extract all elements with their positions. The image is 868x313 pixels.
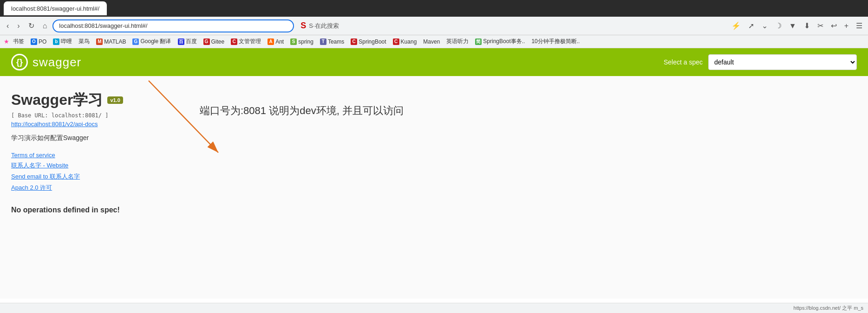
bookmark-label: 10分钟手撸极简断.. — [531, 38, 580, 45]
swagger-links: Terms of service 联系人名字 - Website Send em… — [11, 152, 857, 192]
search-logo: S — [300, 21, 306, 31]
swagger-description: 学习演示如何配置Swagger — [11, 134, 857, 142]
swagger-content: Swagger学习 v1.0 [ Base URL: localhost:808… — [0, 76, 868, 299]
back-button[interactable]: ‹ — [4, 20, 12, 32]
lightning-icon[interactable]: ⚡ — [730, 19, 743, 32]
bookmark-label: 英语听力 — [446, 38, 469, 45]
bm-shiwu-icon: 简 — [475, 38, 482, 45]
bm-po-icon: O — [31, 38, 37, 45]
bookmark-label: Google 翻译 — [140, 38, 171, 45]
share-icon[interactable]: ➚ — [746, 19, 756, 32]
bm-wenguang-icon: C — [231, 38, 237, 45]
bookmark-label: 菜鸟 — [78, 38, 90, 45]
bookmark-spring[interactable]: S spring — [287, 38, 316, 46]
swagger-title-row: Swagger学习 v1.0 — [11, 90, 857, 110]
menu-icon[interactable]: ☰ — [854, 19, 864, 32]
bookmark-label: MATLAB — [104, 38, 126, 45]
spec-label: Select a spec — [664, 58, 703, 66]
search-label: S·在此搜索 — [309, 22, 339, 30]
bookmark-springboot-shiwu[interactable]: 简 SpringBoot事务.. — [472, 37, 528, 46]
address-bar[interactable]: localhost:8081/swagger-ui.html#/ — [52, 19, 294, 32]
bookmark-google-translate[interactable]: G Google 翻译 — [130, 37, 174, 46]
swagger-api-docs-link[interactable]: http://localhost:8081/v2/api-docs — [11, 121, 857, 128]
tab-title: localhost:8081/swagger-ui.html#/ — [11, 5, 99, 12]
swagger-spec-selector: Select a spec default — [664, 54, 857, 70]
bm-google-icon: G — [132, 38, 139, 45]
terms-of-service-link[interactable]: Terms of service — [11, 152, 857, 159]
swagger-logo: {} swagger — [11, 54, 81, 70]
download-icon[interactable]: ⬇ — [802, 19, 812, 32]
bookmark-label: spring — [298, 38, 313, 45]
bookmark-shujian[interactable]: 书签 — [10, 37, 27, 46]
bookmark-maven[interactable]: Maven — [420, 38, 443, 46]
license-link[interactable]: Apach 2.0 许可 — [11, 184, 857, 192]
swagger-base-url: [ Base URL: localhost:8081/ ] — [11, 112, 857, 119]
bookmark-gitee[interactable]: G Gitee — [201, 38, 228, 46]
address-text: localhost:8081/swagger-ui.html#/ — [59, 22, 147, 29]
swagger-header: {} swagger Select a spec default — [0, 48, 868, 76]
swagger-title: Swagger学习 — [11, 90, 103, 110]
contact-website-link[interactable]: 联系人名字 - Website — [11, 161, 857, 170]
scissors-icon[interactable]: ✂ — [816, 19, 825, 32]
tab-bar: localhost:8081/swagger-ui.html#/ — [0, 0, 868, 17]
bookmark-matlab[interactable]: M MATLAB — [93, 38, 129, 46]
bookmark-label: Teams — [328, 38, 344, 45]
bookmark-caoniao[interactable]: 菜鸟 — [76, 37, 92, 46]
filter-icon[interactable]: ▼ — [787, 20, 798, 32]
bookmark-label: Kuang — [401, 38, 417, 45]
bm-springboot-icon: C — [351, 38, 357, 45]
contact-email-link[interactable]: Send email to 联系人名字 — [11, 172, 857, 181]
swagger-logo-icon: {} — [11, 54, 28, 70]
refresh-button[interactable]: ↻ — [26, 19, 37, 32]
bookmark-10min[interactable]: 10分钟手撸极简断.. — [529, 37, 582, 46]
bookmark-label: SpringBoot — [359, 38, 386, 45]
dropdown-icon[interactable]: ⌄ — [760, 19, 770, 32]
bookmark-baidu[interactable]: 百 百度 — [175, 37, 200, 46]
bookmark-label: Maven — [423, 38, 440, 45]
bookmark-label: 书签 — [13, 38, 24, 45]
swagger-no-operations: No operations defined in spec! — [11, 206, 857, 214]
bookmark-label: 哔哩 — [61, 38, 72, 45]
logo-char: {} — [16, 57, 23, 67]
bookmark-kuang[interactable]: C Kuang — [390, 38, 420, 46]
bookmark-ant[interactable]: A Ant — [265, 38, 287, 46]
nav-right-icons: ⚡ ➚ ⌄ ☽ ▼ ⬇ ✂ ↩ + ☰ — [730, 19, 864, 32]
swagger-version-badge: v1.0 — [107, 96, 123, 104]
bm-kuang-icon: C — [393, 38, 399, 45]
forward-button[interactable]: › — [14, 20, 22, 32]
bm-teams-icon: T — [320, 38, 326, 45]
bookmark-english[interactable]: 英语听力 — [444, 37, 471, 46]
spec-select[interactable]: default — [708, 54, 857, 70]
undo-icon[interactable]: ↩ — [829, 19, 839, 32]
home-button[interactable]: ⌂ — [40, 20, 50, 32]
nav-bar: ‹ › ↻ ⌂ localhost:8081/swagger-ui.html#/… — [0, 17, 868, 35]
bookmark-label: 百度 — [186, 38, 197, 45]
bookmark-label: Ant — [275, 38, 284, 45]
bm-ant-icon: A — [268, 38, 274, 45]
bookmark-springboot[interactable]: C SpringBoot — [348, 38, 389, 46]
bookmark-label: 文管管理 — [239, 38, 261, 45]
annotation-message: 端口号为:8081 说明为dev环境, 并且可以访问 — [200, 104, 404, 118]
bookmark-bili[interactable]: b 哔哩 — [50, 37, 75, 46]
bookmark-star-icon: ★ — [4, 38, 9, 45]
add-tab-icon[interactable]: + — [842, 20, 850, 32]
search-section: S S·在此搜索 — [300, 21, 339, 31]
bookmark-label: PO — [39, 38, 46, 45]
bookmark-po[interactable]: O PO — [28, 38, 49, 46]
bm-baidu-icon: 百 — [178, 38, 184, 45]
swagger-brand: swagger — [33, 55, 81, 70]
bm-bili-icon: b — [53, 38, 59, 45]
bookmark-label: SpringBoot事务.. — [483, 38, 525, 45]
bm-matlab-icon: M — [96, 38, 103, 45]
bookmark-label: Gitee — [211, 38, 225, 45]
active-tab[interactable]: localhost:8081/swagger-ui.html#/ — [4, 1, 107, 15]
bm-spring-icon: S — [290, 38, 297, 45]
bm-gitee-icon: G — [203, 38, 210, 45]
bookmark-teams[interactable]: T Teams — [317, 38, 347, 46]
moon-icon[interactable]: ☽ — [773, 19, 783, 32]
bookmarks-bar: ★ 书签 O PO b 哔哩 菜鸟 M MATLAB G Google 翻译 百… — [0, 35, 868, 48]
bookmark-wenguang[interactable]: C 文管管理 — [228, 37, 264, 46]
